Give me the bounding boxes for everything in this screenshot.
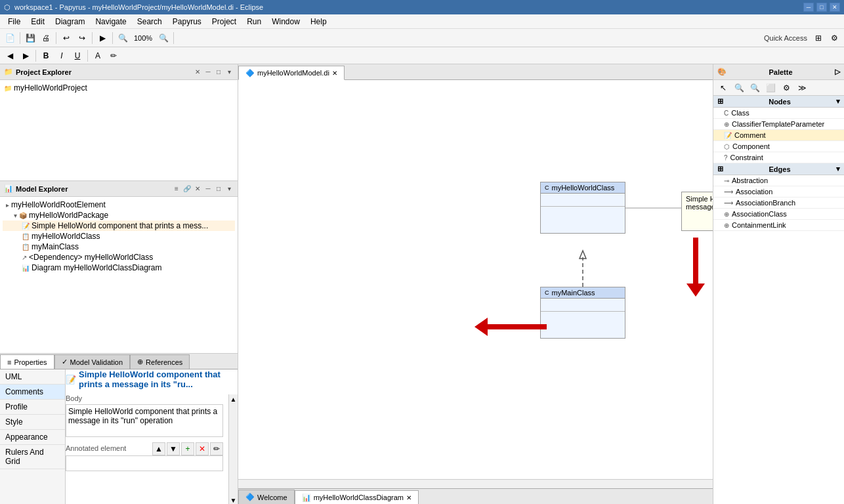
move-down-button[interactable]: ▼ (167, 442, 180, 455)
close-view-icon[interactable]: ✕ (193, 68, 202, 77)
palette-settings-btn[interactable]: ⚙ (779, 81, 793, 95)
quick-access-button[interactable]: ⊞ (811, 31, 826, 45)
zoom-out-button[interactable]: 🔍 (116, 31, 130, 45)
minimize-button[interactable]: ─ (803, 3, 814, 12)
prop-uml[interactable]: UML (0, 369, 65, 385)
undo-button[interactable]: ↩ (59, 31, 74, 45)
nodes-toggle-icon[interactable]: ▾ (836, 97, 840, 106)
tab-validation[interactable]: ✓ Model Validation (54, 354, 131, 369)
edges-toggle-icon[interactable]: ▾ (836, 165, 840, 173)
palette-item-component[interactable]: ⬡ Component (713, 141, 844, 152)
tree-item-mainclass[interactable]: 📋 myMainClass (3, 242, 235, 252)
close-bottom-tab-icon[interactable]: ✕ (406, 494, 411, 501)
toolbar-settings[interactable]: ⚙ (827, 31, 841, 45)
zoom-in-button[interactable]: 🔍 (156, 31, 171, 45)
uml-comment-box[interactable]: Simple HelloWorld component that prints … (681, 192, 713, 231)
tree-item-hwclass[interactable]: 📋 myHelloWorldClass (3, 231, 235, 242)
tab-references[interactable]: ⊕ References (130, 354, 190, 369)
palette-zoom-in-btn[interactable]: 🔍 (732, 81, 746, 95)
link-icon[interactable]: 🔗 (182, 184, 192, 194)
palette-item-classifiertemplate[interactable]: ⊕ ClassifierTemplateParameter (713, 119, 844, 130)
close-button[interactable]: ✕ (830, 3, 840, 12)
tree-item-comment[interactable]: 📝 Simple HelloWorld component that print… (3, 220, 235, 231)
menu-help[interactable]: Help (305, 16, 332, 28)
run-button[interactable]: ▶ (95, 31, 110, 45)
uml-class-myhelloworldclass[interactable]: C myHelloWorldClass (540, 182, 625, 234)
tree-item-package[interactable]: ▾ 📦 myHelloWorldPackage (3, 210, 235, 220)
palette-item-assocbranch[interactable]: ⟶ AssociationBranch (713, 198, 844, 209)
maximize-view-icon[interactable]: □ (214, 68, 223, 77)
prop-rulers[interactable]: Rulers And Grid (0, 445, 65, 469)
me-close-icon[interactable]: ✕ (193, 184, 202, 194)
edit-button[interactable]: ✏ (210, 442, 223, 455)
menu-window[interactable]: Window (266, 16, 305, 28)
print-button[interactable]: 🖨 (39, 31, 53, 45)
prop-style[interactable]: Style (0, 415, 65, 430)
tab-welcome[interactable]: 🔷 Welcome (238, 490, 295, 504)
view-menu-icon[interactable]: ▾ (224, 68, 234, 77)
bold-button[interactable]: B (39, 49, 53, 63)
annotated-controls[interactable]: ▲ ▼ + ✕ ✏ (152, 442, 223, 455)
maximize-button[interactable]: □ (816, 3, 827, 12)
italic-button[interactable]: I (54, 49, 69, 63)
add-button[interactable]: + (181, 442, 194, 455)
scroll-down-icon[interactable]: ▼ (230, 497, 237, 504)
project-explorer-controls[interactable]: ✕ ─ □ ▾ (193, 68, 234, 77)
prop-profile[interactable]: Profile (0, 400, 65, 415)
palette-item-association[interactable]: ⟶ Association (713, 186, 844, 198)
me-min-icon[interactable]: ─ (203, 184, 213, 194)
highlight-button[interactable]: ✏ (106, 49, 121, 63)
tree-item-root[interactable]: ▸ myHelloWorldRootElement (3, 200, 235, 210)
window-controls[interactable]: ─ □ ✕ (803, 3, 840, 12)
scroll-up-icon[interactable]: ▲ (230, 396, 237, 403)
diagram-area[interactable]: C myHelloWorldClass C myMainClass Simple… (238, 80, 713, 479)
palette-item-abstraction[interactable]: ⊸ Abstraction (713, 175, 844, 186)
palette-item-assocclass[interactable]: ⊕ AssociationClass (713, 209, 844, 220)
menu-project[interactable]: Project (207, 16, 242, 28)
model-explorer-controls[interactable]: ≡ 🔗 ✕ ─ □ ▾ (172, 184, 234, 194)
menu-edit[interactable]: Edit (26, 16, 50, 28)
menu-search[interactable]: Search (132, 16, 167, 28)
prop-comments[interactable]: Comments (0, 385, 65, 400)
palette-more-btn[interactable]: ≫ (795, 81, 809, 95)
close-tab-icon[interactable]: ✕ (332, 70, 337, 77)
menu-diagram[interactable]: Diagram (50, 16, 90, 28)
palette-select-btn[interactable]: ↖ (716, 81, 730, 95)
palette-item-containment[interactable]: ⊕ ContainmentLink (713, 220, 844, 231)
redo-button[interactable]: ↪ (75, 31, 89, 45)
project-item-myhelloworldproject[interactable]: 📁 myHelloWorldProject (3, 83, 235, 93)
horizontal-scrollbar[interactable] (238, 479, 713, 488)
new-button[interactable]: 📄 (3, 31, 17, 45)
palette-item-comment[interactable]: 📝 Comment (713, 130, 844, 141)
palette-section-nodes[interactable]: ⊞ Nodes ▾ (713, 96, 844, 108)
font-color-button[interactable]: A (91, 49, 105, 63)
palette-expand-icon[interactable]: ▷ (835, 68, 840, 76)
underline-button[interactable]: U (70, 49, 85, 63)
menu-file[interactable]: File (3, 16, 26, 28)
menu-run[interactable]: Run (242, 16, 266, 28)
tab-properties[interactable]: ≡ Properties (0, 354, 54, 369)
tree-item-diagram[interactable]: 📊 Diagram myHelloWorldClassDiagram (3, 262, 235, 273)
prop-scrollbar[interactable]: ▲ ▼ (228, 394, 238, 504)
tree-item-dependency[interactable]: ↗ <Dependency> myHelloWorldClass (3, 252, 235, 262)
palette-section-edges[interactable]: ⊞ Edges ▾ (713, 163, 844, 175)
palette-item-class[interactable]: C Class (713, 108, 844, 119)
me-menu-icon[interactable]: ▾ (224, 184, 234, 194)
body-textarea[interactable]: Simple HelloWorld component that prints … (66, 404, 223, 437)
menu-papyrus[interactable]: Papyrus (167, 16, 207, 28)
move-up-button[interactable]: ▲ (152, 442, 165, 455)
menu-navigate[interactable]: Navigate (90, 16, 131, 28)
tab-class-diagram[interactable]: 📊 myHelloWorldClassDiagram ✕ (295, 490, 419, 504)
palette-item-constraint[interactable]: ? Constraint (713, 152, 844, 163)
palette-select-all-btn[interactable]: ⬜ (763, 81, 778, 95)
back-button[interactable]: ◀ (3, 49, 17, 63)
prop-appearance[interactable]: Appearance (0, 430, 65, 445)
save-button[interactable]: 💾 (23, 31, 37, 45)
me-max-icon[interactable]: □ (214, 184, 223, 194)
remove-button[interactable]: ✕ (196, 442, 209, 455)
annotated-input[interactable] (66, 455, 223, 471)
palette-zoom-out-btn[interactable]: 🔍 (748, 81, 762, 95)
tab-model-di[interactable]: 🔷 myHelloWorldModel.di ✕ (238, 66, 345, 80)
uml-class-mymainclass[interactable]: C myMainClass (540, 287, 625, 339)
forward-button[interactable]: ▶ (18, 49, 33, 63)
